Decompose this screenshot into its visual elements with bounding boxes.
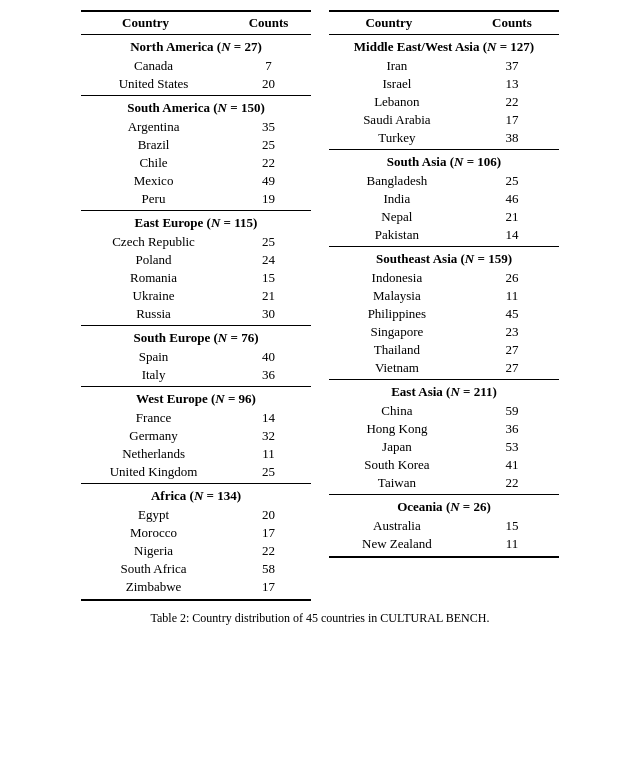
table-row: Lebanon22	[329, 93, 559, 111]
count-cell: 35	[226, 118, 311, 136]
country-cell: Turkey	[329, 129, 465, 150]
region-label: Middle East/West Asia (N = 127)	[329, 35, 559, 58]
table-row: Hong Kong36	[329, 420, 559, 438]
country-cell: Taiwan	[329, 474, 465, 495]
count-cell: 20	[226, 75, 311, 96]
table-row: Indonesia26	[329, 269, 559, 287]
table-row: Germany32	[81, 427, 311, 445]
table-row: Romania15	[81, 269, 311, 287]
country-cell: New Zealand	[329, 535, 465, 557]
table-row: Pakistan14	[329, 226, 559, 247]
count-cell: 17	[226, 524, 311, 542]
count-cell: 14	[465, 226, 559, 247]
count-cell: 25	[226, 233, 311, 251]
count-cell: 21	[226, 287, 311, 305]
count-cell: 7	[226, 57, 311, 75]
count-cell: 59	[465, 402, 559, 420]
country-cell: Romania	[81, 269, 226, 287]
country-cell: France	[81, 409, 226, 427]
table-row: Saudi Arabia17	[329, 111, 559, 129]
country-cell: Lebanon	[329, 93, 465, 111]
region-row: West Europe (N = 96)	[81, 387, 311, 410]
table-row: Zimbabwe17	[81, 578, 311, 600]
tables-wrapper: Country Counts North America (N = 27)Can…	[10, 10, 630, 601]
region-row: South Asia (N = 106)	[329, 150, 559, 173]
country-cell: Nigeria	[81, 542, 226, 560]
country-cell: Morocco	[81, 524, 226, 542]
count-cell: 17	[226, 578, 311, 600]
count-cell: 37	[465, 57, 559, 75]
region-label: South Asia (N = 106)	[329, 150, 559, 173]
count-cell: 17	[465, 111, 559, 129]
table-row: Italy36	[81, 366, 311, 387]
country-cell: Pakistan	[329, 226, 465, 247]
count-cell: 22	[465, 474, 559, 495]
count-cell: 23	[465, 323, 559, 341]
region-label: West Europe (N = 96)	[81, 387, 311, 410]
table-row: South Africa58	[81, 560, 311, 578]
country-cell: Peru	[81, 190, 226, 211]
region-row: East Asia (N = 211)	[329, 380, 559, 403]
count-cell: 20	[226, 506, 311, 524]
country-cell: Ukraine	[81, 287, 226, 305]
table-row: Vietnam27	[329, 359, 559, 380]
country-cell: Canada	[81, 57, 226, 75]
region-row: Oceania (N = 26)	[329, 495, 559, 518]
region-label: East Europe (N = 115)	[81, 211, 311, 234]
table-row: United Kingdom25	[81, 463, 311, 484]
count-cell: 24	[226, 251, 311, 269]
country-cell: Indonesia	[329, 269, 465, 287]
table-caption: Table 2: Country distribution of 45 coun…	[10, 611, 630, 626]
table-row: Morocco17	[81, 524, 311, 542]
table-row: Peru19	[81, 190, 311, 211]
count-cell: 25	[226, 136, 311, 154]
left-table-container: Country Counts North America (N = 27)Can…	[81, 10, 311, 601]
count-cell: 53	[465, 438, 559, 456]
count-cell: 58	[226, 560, 311, 578]
count-cell: 41	[465, 456, 559, 474]
table-row: Nigeria22	[81, 542, 311, 560]
country-cell: Iran	[329, 57, 465, 75]
country-cell: Malaysia	[329, 287, 465, 305]
table-row: Taiwan22	[329, 474, 559, 495]
country-cell: Poland	[81, 251, 226, 269]
count-cell: 11	[465, 535, 559, 557]
table-row: Malaysia11	[329, 287, 559, 305]
count-cell: 38	[465, 129, 559, 150]
country-cell: United Kingdom	[81, 463, 226, 484]
table-row: Argentina35	[81, 118, 311, 136]
country-cell: Vietnam	[329, 359, 465, 380]
country-cell: Spain	[81, 348, 226, 366]
count-cell: 22	[465, 93, 559, 111]
count-cell: 36	[465, 420, 559, 438]
country-cell: Zimbabwe	[81, 578, 226, 600]
table-row: Bangladesh25	[329, 172, 559, 190]
country-cell: Japan	[329, 438, 465, 456]
country-cell: Israel	[329, 75, 465, 93]
count-cell: 15	[226, 269, 311, 287]
country-cell: Italy	[81, 366, 226, 387]
table-row: Iran37	[329, 57, 559, 75]
table-row: South Korea41	[329, 456, 559, 474]
table-row: Russia30	[81, 305, 311, 326]
country-cell: Singapore	[329, 323, 465, 341]
right-counts-header: Counts	[465, 11, 559, 35]
country-cell: South Korea	[329, 456, 465, 474]
country-cell: South Africa	[81, 560, 226, 578]
country-cell: Nepal	[329, 208, 465, 226]
region-label: Southeast Asia (N = 159)	[329, 247, 559, 270]
table-row: Brazil25	[81, 136, 311, 154]
table-row: Japan53	[329, 438, 559, 456]
table-row: Philippines45	[329, 305, 559, 323]
region-label: Africa (N = 134)	[81, 484, 311, 507]
country-cell: Chile	[81, 154, 226, 172]
country-cell: Saudi Arabia	[329, 111, 465, 129]
count-cell: 45	[465, 305, 559, 323]
right-table-container: Country Counts Middle East/West Asia (N …	[329, 10, 559, 558]
table-row: Czech Republic25	[81, 233, 311, 251]
country-cell: Australia	[329, 517, 465, 535]
country-cell: Hong Kong	[329, 420, 465, 438]
table-row: Chile22	[81, 154, 311, 172]
table-row: France14	[81, 409, 311, 427]
table-row: Spain40	[81, 348, 311, 366]
